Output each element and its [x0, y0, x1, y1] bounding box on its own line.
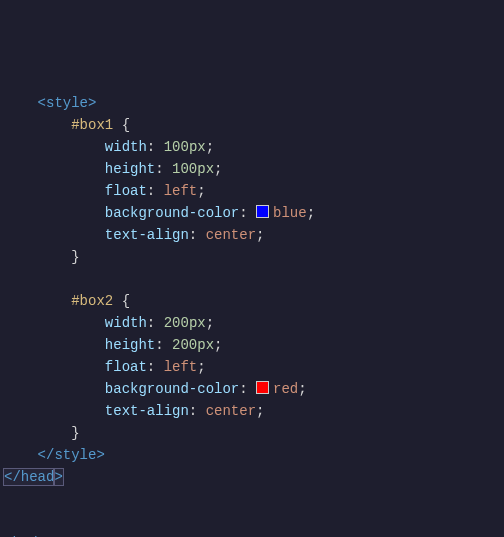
- css-prop: background-color: [105, 381, 239, 397]
- css-prop: text-align: [105, 227, 189, 243]
- tag-style-open: <style: [38, 95, 88, 111]
- css-unit: px: [197, 161, 214, 177]
- css-number: 200: [164, 315, 189, 331]
- tag-bracket: >: [88, 95, 96, 111]
- css-value: left: [164, 359, 198, 375]
- brace-close: }: [71, 249, 79, 265]
- css-number: 200: [172, 337, 197, 353]
- css-number: 100: [172, 161, 197, 177]
- brace-open: {: [122, 293, 130, 309]
- css-unit: px: [189, 315, 206, 331]
- css-prop: float: [105, 183, 147, 199]
- css-unit: px: [197, 337, 214, 353]
- css-number: 100: [164, 139, 189, 155]
- css-value: blue: [273, 205, 307, 221]
- css-prop: height: [105, 161, 155, 177]
- css-value: red: [273, 381, 298, 397]
- color-swatch-icon: [256, 205, 269, 218]
- css-prop: width: [105, 139, 147, 155]
- code-editor[interactable]: <style> #box1 { width: 100px; height: 10…: [4, 92, 504, 537]
- selector-box1: #box1: [71, 117, 113, 133]
- css-value: center: [206, 403, 256, 419]
- css-value: left: [164, 183, 198, 199]
- tag-head-close: </head: [4, 469, 54, 485]
- selector-box2: #box2: [71, 293, 113, 309]
- tag-bracket: >: [54, 469, 62, 485]
- brace-close: }: [71, 425, 79, 441]
- css-unit: px: [189, 139, 206, 155]
- css-prop: width: [105, 315, 147, 331]
- css-value: center: [206, 227, 256, 243]
- css-prop: text-align: [105, 403, 189, 419]
- css-prop: float: [105, 359, 147, 375]
- tag-style-close: </style: [38, 447, 97, 463]
- css-prop: height: [105, 337, 155, 353]
- css-prop: background-color: [105, 205, 239, 221]
- brace-open: {: [122, 117, 130, 133]
- tag-bracket: >: [96, 447, 104, 463]
- color-swatch-icon: [256, 381, 269, 394]
